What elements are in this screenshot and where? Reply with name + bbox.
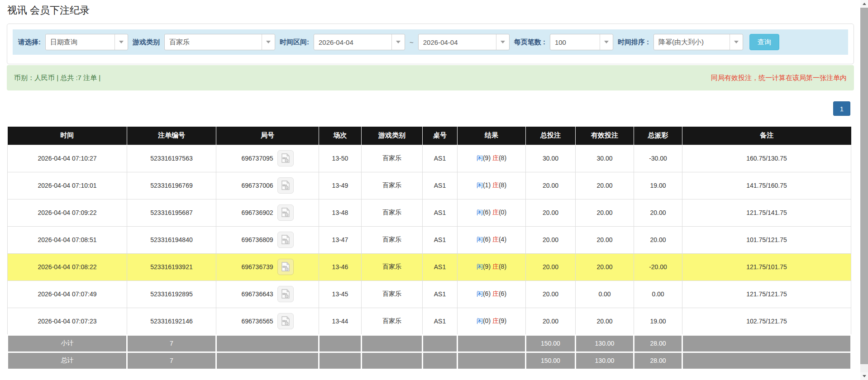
video-replay-icon bbox=[281, 262, 290, 272]
valid-bet-notice: 同局有效投注，统一计算在该局第一张注单内 bbox=[711, 74, 847, 82]
cell-session bbox=[319, 335, 362, 352]
cell-remark: 121.75/121.75 bbox=[682, 280, 851, 308]
video-replay-button[interactable] bbox=[277, 177, 294, 194]
cell-bet-no: 523316194840 bbox=[127, 226, 216, 253]
table-row: 2026-04-04 07:10:27523316197563696737095… bbox=[8, 145, 851, 172]
per-page-label: 每页笔数 : bbox=[514, 38, 545, 47]
cell-summary-total-bet: 150.00 bbox=[526, 335, 576, 352]
cell-time: 2026-04-04 07:09:22 bbox=[8, 199, 127, 226]
cell-table-no: AS1 bbox=[423, 199, 458, 226]
filter-panel: 请选择: 日期查询 游戏类别 百家乐 时间区间: 2026-04-04 ~ 20… bbox=[7, 24, 854, 64]
result-banker: 庄 bbox=[492, 236, 499, 243]
scrollbar-thumb[interactable] bbox=[860, 8, 868, 364]
vertical-scrollbar[interactable] bbox=[860, 0, 868, 380]
date-to-value: 2026-04-04 bbox=[419, 34, 496, 50]
date-from-select[interactable]: 2026-04-04 bbox=[314, 34, 405, 50]
cell-bet-no: 523316197563 bbox=[127, 145, 216, 172]
cell-result: 闲(1) 庄(8) bbox=[458, 172, 526, 199]
cell-result: 闲(6) 庄(6) bbox=[458, 280, 526, 308]
video-replay-button[interactable] bbox=[277, 259, 294, 275]
cell-result: 闲(6) 庄(0) bbox=[458, 199, 526, 226]
cell-game-type: 百家乐 bbox=[362, 280, 423, 308]
round-number: 696737095 bbox=[241, 155, 273, 162]
cell-game-type: 百家乐 bbox=[362, 308, 423, 335]
query-type-select[interactable]: 日期查询 bbox=[45, 34, 128, 50]
cell-valid-bet: 20.00 bbox=[576, 199, 634, 226]
scroll-down-button[interactable] bbox=[860, 372, 868, 380]
video-replay-button[interactable] bbox=[277, 313, 294, 329]
filter-bar: 请选择: 日期查询 游戏类别 百家乐 时间区间: 2026-04-04 ~ 20… bbox=[13, 29, 848, 55]
cell-bet-no: 523316192146 bbox=[127, 308, 216, 335]
col-session: 场次 bbox=[319, 127, 362, 145]
table-summary-row: 总计7150.00130.0028.00 bbox=[8, 352, 851, 369]
cell-round-no: 696736809 bbox=[216, 226, 319, 253]
cell-round-no: 696737006 bbox=[216, 172, 319, 199]
cell-total-bet: 20.00 bbox=[526, 199, 576, 226]
cell-payout: 0.00 bbox=[634, 280, 682, 308]
table-row: 2026-04-04 07:09:22523316195687696736902… bbox=[8, 199, 851, 226]
table-row: 2026-04-04 07:08:22523316193921696736739… bbox=[8, 253, 851, 280]
result-player-score: (1) bbox=[483, 181, 492, 189]
cell-game-type bbox=[362, 352, 423, 369]
round-number: 696736809 bbox=[241, 236, 273, 243]
cell-result: 闲(0) 庄(9) bbox=[458, 308, 526, 335]
summary-bar: 币别：人民币 | 总共 :7 注单 | 同局有效投注，统一计算在该局第一张注单内 bbox=[7, 65, 854, 90]
cell-payout: -20.00 bbox=[634, 253, 682, 280]
result-banker-score: (9) bbox=[499, 317, 506, 324]
search-button[interactable]: 查询 bbox=[749, 34, 779, 50]
cell-round-no: 696736565 bbox=[216, 308, 319, 335]
video-replay-icon bbox=[281, 289, 290, 299]
result-banker: 庄 bbox=[492, 154, 499, 162]
chevron-down-icon bbox=[496, 34, 509, 50]
result-banker-score: (4) bbox=[499, 236, 506, 243]
date-from-value: 2026-04-04 bbox=[314, 34, 391, 50]
scroll-up-button[interactable] bbox=[860, 0, 868, 8]
col-remark: 备注 bbox=[682, 127, 851, 145]
cell-session: 13-46 bbox=[319, 253, 362, 280]
cell-valid-bet: 30.00 bbox=[576, 145, 634, 172]
cell-summary-label: 总计 bbox=[8, 352, 127, 369]
result-player-score: (9) bbox=[483, 263, 492, 270]
video-replay-button[interactable] bbox=[277, 150, 294, 166]
game-type-value: 百家乐 bbox=[165, 34, 262, 50]
video-replay-button[interactable] bbox=[277, 204, 294, 221]
cell-session bbox=[319, 352, 362, 369]
table-row: 2026-04-04 07:07:49523316192895696736643… bbox=[8, 280, 851, 308]
cell-summary-valid-bet: 130.00 bbox=[576, 352, 634, 369]
sort-order-select[interactable]: 降幂(由大到小) bbox=[653, 34, 743, 50]
result-player: 闲 bbox=[477, 209, 483, 216]
sort-order-label: 时间排序 : bbox=[618, 38, 649, 47]
chevron-down-icon bbox=[600, 34, 613, 50]
cell-payout: 20.00 bbox=[634, 199, 682, 226]
cell-summary-payout: 28.00 bbox=[634, 352, 682, 369]
cell-session: 13-49 bbox=[319, 172, 362, 199]
page-1-button[interactable]: 1 bbox=[833, 101, 850, 116]
pagination: 1 bbox=[7, 101, 850, 116]
cell-time: 2026-04-04 07:07:49 bbox=[8, 280, 127, 308]
video-replay-button[interactable] bbox=[277, 232, 294, 248]
table-body: 2026-04-04 07:10:27523316197563696737095… bbox=[8, 145, 851, 335]
cell-round-no: 696736739 bbox=[216, 253, 319, 280]
cell-valid-bet: 20.00 bbox=[576, 226, 634, 253]
game-type-select[interactable]: 百家乐 bbox=[164, 34, 275, 50]
per-page-select[interactable]: 100 bbox=[550, 34, 613, 50]
cell-result: 闲(6) 庄(4) bbox=[458, 226, 526, 253]
cell-round-no: 696737095 bbox=[216, 145, 319, 172]
result-banker-score: (6) bbox=[499, 290, 506, 297]
cell-time: 2026-04-04 07:10:01 bbox=[8, 172, 127, 199]
date-to-select[interactable]: 2026-04-04 bbox=[418, 34, 510, 50]
cell-summary-label: 小计 bbox=[8, 335, 127, 352]
cell-game-type: 百家乐 bbox=[362, 253, 423, 280]
cell-valid-bet: 20.00 bbox=[576, 253, 634, 280]
table-summary-row: 小计7150.00130.0028.00 bbox=[8, 335, 851, 352]
cell-result bbox=[458, 335, 526, 352]
video-replay-button[interactable] bbox=[277, 286, 294, 302]
result-player: 闲 bbox=[477, 290, 483, 297]
cell-round-no bbox=[216, 335, 319, 352]
table-row: 2026-04-04 07:10:01523316196769696737006… bbox=[8, 172, 851, 199]
cell-total-bet: 20.00 bbox=[526, 226, 576, 253]
col-result: 结果 bbox=[458, 127, 526, 145]
cell-payout: -30.00 bbox=[634, 145, 682, 172]
result-player: 闲 bbox=[477, 263, 483, 270]
time-range-label: 时间区间: bbox=[280, 38, 309, 47]
